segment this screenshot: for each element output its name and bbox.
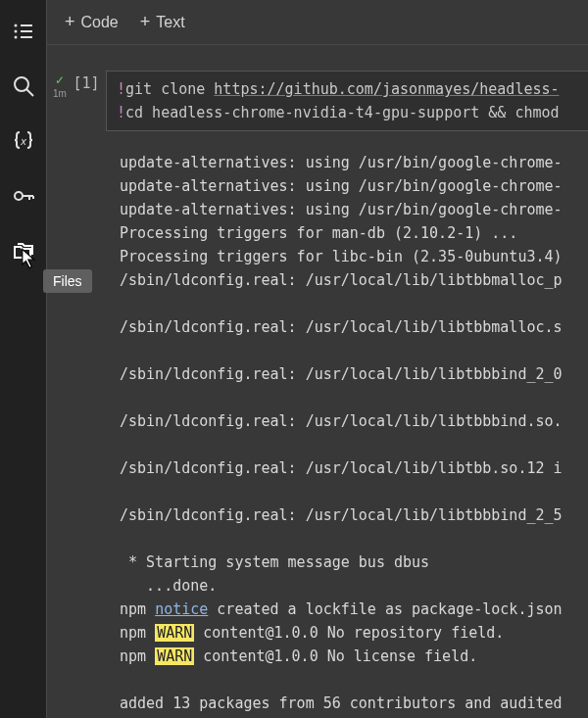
cell-output: update-alternatives: using /usr/bin/goog… [47,131,588,718]
sidebar-item-files[interactable] [10,237,37,264]
output-text: npm [120,624,155,642]
output-text: added 13 packages from 56 contributors a… [120,694,563,712]
svg-point-9 [15,192,23,200]
output-text: /sbin/ldconfig.real: /usr/local/lib/libt… [120,412,563,430]
output-text: npm [120,647,155,665]
exec-duration: 1m [53,88,67,99]
shell-prefix: ! [117,104,125,121]
sidebar-item-secrets[interactable] [10,182,37,210]
code-text: git clone [125,80,214,98]
npm-notice-link[interactable]: notice [155,600,208,618]
output-text: created a lockfile as package-lock.json [208,600,562,618]
svg-point-4 [14,36,17,39]
output-text: /sbin/ldconfig.real: /usr/local/lib/libt… [120,271,563,289]
search-icon [12,74,35,98]
output-text: * Starting system message bus dbus [120,553,429,571]
output-text: /sbin/ldconfig.real: /usr/local/lib/libt… [120,506,563,524]
npm-warn-badge: WARN [155,647,194,665]
output-text: /sbin/ldconfig.real: /usr/local/lib/libt… [120,459,563,477]
cell-toolbar: + Code + Text [47,0,588,45]
svg-point-6 [15,77,28,91]
plus-icon: + [65,12,75,32]
output-text: update-alternatives: using /usr/bin/goog… [120,154,563,171]
left-sidebar: x [0,0,47,718]
add-code-button[interactable]: + Code [65,12,119,32]
output-text: update-alternatives: using /usr/bin/goog… [120,201,563,218]
cursor-icon [18,247,41,270]
sidebar-item-search[interactable] [10,72,37,100]
sidebar-item-variables[interactable]: x [10,127,37,155]
output-text: Processing triggers for libc-bin (2.35-0… [120,248,563,265]
code-editor[interactable]: !git clone https://github.com/jasonmayes… [106,71,588,131]
output-text: update-alternatives: using /usr/bin/goog… [120,177,563,195]
output-text: npm [120,600,155,618]
output-text: ...done. [120,577,217,595]
code-text: cd headless-chrome-nvidia-t4-gpu-support… [125,104,560,121]
cell-gutter: ✓ 1m [53,71,67,99]
braces-icon: x [12,129,35,153]
output-text: /sbin/ldconfig.real: /usr/local/lib/libt… [120,365,563,383]
code-url: https://github.com/jasonmayes/headless- [214,80,559,98]
svg-text:x: x [20,135,26,147]
output-text: Processing triggers for man-db (2.10.2-1… [120,224,517,242]
output-text: content@1.0.0 No repository field. [194,624,504,642]
sidebar-item-toc[interactable] [10,18,37,45]
main-area: + Code + Text ✓ 1m [1] !git clone https:… [47,0,588,718]
status-check-icon: ✓ [55,74,65,86]
add-text-button[interactable]: + Text [140,12,185,32]
code-cell[interactable]: ✓ 1m [1] !git clone https://github.com/j… [47,71,588,131]
svg-point-2 [14,30,17,33]
plus-icon: + [140,12,151,32]
svg-point-0 [14,24,17,27]
shell-prefix: ! [117,80,125,98]
npm-warn-badge: WARN [155,624,194,642]
notebook-area: ✓ 1m [1] !git clone https://github.com/j… [47,45,588,718]
output-text: /sbin/ldconfig.real: /usr/local/lib/libt… [120,318,563,336]
add-text-label: Text [156,14,184,31]
toc-icon [12,20,35,43]
output-text: content@1.0.0 No license field. [194,647,477,665]
key-icon [12,184,35,208]
exec-count: [1] [67,71,106,92]
svg-line-7 [26,89,33,96]
add-code-label: Code [81,14,119,31]
